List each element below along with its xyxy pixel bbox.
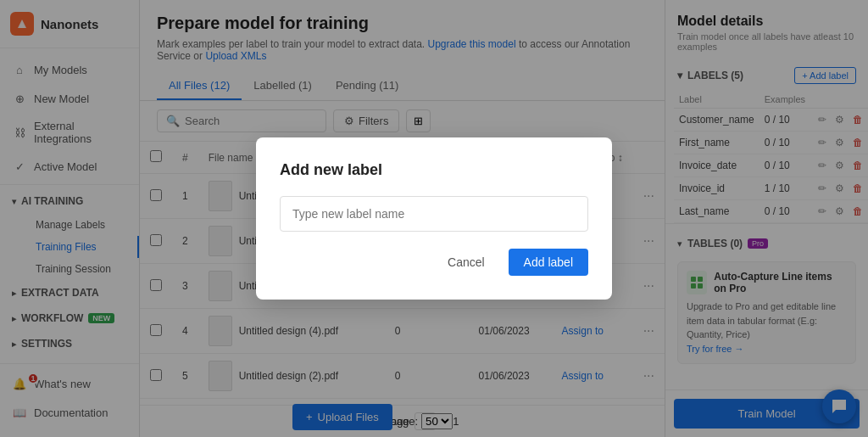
cancel-button[interactable]: Cancel [432,249,500,276]
add-label-submit-button[interactable]: Add label [509,249,588,276]
add-label-modal: Add new label Cancel Add label [256,137,612,300]
modal-overlay[interactable]: Add new label Cancel Add label [0,0,868,437]
modal-actions: Cancel Add label [280,249,588,276]
modal-title: Add new label [280,161,588,179]
label-name-input[interactable] [280,196,588,232]
